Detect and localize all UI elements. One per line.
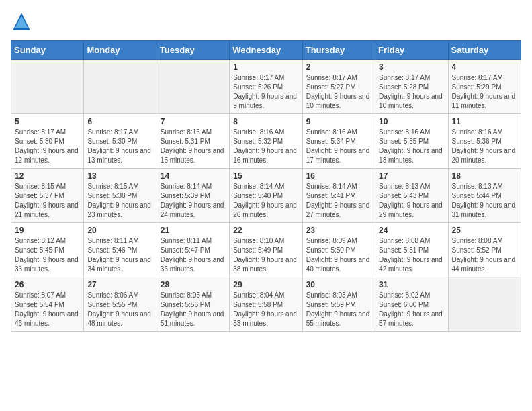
calendar-cell: 30Sunrise: 8:03 AMSunset: 5:59 PMDayligh…	[302, 277, 375, 332]
calendar-cell: 27Sunrise: 8:06 AMSunset: 5:55 PMDayligh…	[84, 277, 157, 332]
day-info: Sunrise: 8:14 AMSunset: 5:39 PMDaylight:…	[161, 182, 226, 220]
dow-header-monday: Monday	[84, 41, 157, 60]
calendar-cell: 9Sunrise: 8:16 AMSunset: 5:34 PMDaylight…	[302, 114, 375, 169]
day-number: 14	[161, 171, 226, 181]
day-info: Sunrise: 8:16 AMSunset: 5:36 PMDaylight:…	[452, 128, 517, 165]
day-info: Sunrise: 8:14 AMSunset: 5:40 PMDaylight:…	[233, 182, 298, 220]
dow-header-wednesday: Wednesday	[230, 41, 302, 60]
day-info: Sunrise: 8:07 AMSunset: 5:54 PMDaylight:…	[15, 291, 80, 328]
calendar-cell: 6Sunrise: 8:17 AMSunset: 5:30 PMDaylight…	[84, 114, 157, 169]
day-info: Sunrise: 8:12 AMSunset: 5:45 PMDaylight:…	[15, 236, 80, 274]
day-number: 15	[233, 171, 298, 181]
day-number: 12	[15, 171, 80, 181]
day-info: Sunrise: 8:13 AMSunset: 5:43 PMDaylight:…	[379, 182, 444, 220]
day-number: 5	[15, 117, 80, 126]
day-info: Sunrise: 8:17 AMSunset: 5:30 PMDaylight:…	[87, 128, 152, 165]
calendar-cell: 12Sunrise: 8:15 AMSunset: 5:37 PMDayligh…	[11, 169, 84, 223]
calendar-cell	[11, 60, 84, 114]
calendar-cell: 23Sunrise: 8:09 AMSunset: 5:50 PMDayligh…	[302, 223, 375, 277]
calendar-cell: 7Sunrise: 8:16 AMSunset: 5:31 PMDaylight…	[157, 114, 229, 169]
calendar-cell	[448, 277, 521, 332]
calendar-cell: 4Sunrise: 8:17 AMSunset: 5:29 PMDaylight…	[448, 60, 521, 114]
calendar-cell	[84, 60, 157, 114]
day-number: 19	[15, 226, 80, 235]
calendar-cell: 28Sunrise: 8:05 AMSunset: 5:56 PMDayligh…	[157, 277, 229, 332]
day-number: 16	[306, 171, 371, 181]
day-info: Sunrise: 8:09 AMSunset: 5:50 PMDaylight:…	[306, 236, 371, 274]
day-info: Sunrise: 8:15 AMSunset: 5:37 PMDaylight:…	[15, 182, 80, 220]
calendar-cell: 25Sunrise: 8:08 AMSunset: 5:52 PMDayligh…	[448, 223, 521, 277]
calendar-cell: 16Sunrise: 8:14 AMSunset: 5:41 PMDayligh…	[302, 169, 375, 223]
day-info: Sunrise: 8:17 AMSunset: 5:26 PMDaylight:…	[233, 73, 298, 111]
day-number: 31	[379, 280, 444, 289]
day-number: 20	[87, 226, 152, 235]
calendar-cell: 1Sunrise: 8:17 AMSunset: 5:26 PMDaylight…	[230, 60, 302, 114]
calendar-cell: 26Sunrise: 8:07 AMSunset: 5:54 PMDayligh…	[11, 277, 84, 332]
day-number: 30	[306, 280, 371, 289]
day-info: Sunrise: 8:14 AMSunset: 5:41 PMDaylight:…	[306, 182, 371, 220]
calendar-cell: 22Sunrise: 8:10 AMSunset: 5:49 PMDayligh…	[230, 223, 302, 277]
calendar-cell: 20Sunrise: 8:11 AMSunset: 5:46 PMDayligh…	[84, 223, 157, 277]
day-number: 22	[233, 226, 298, 235]
day-info: Sunrise: 8:17 AMSunset: 5:28 PMDaylight:…	[379, 73, 444, 111]
day-info: Sunrise: 8:02 AMSunset: 6:00 PMDaylight:…	[379, 291, 444, 328]
day-number: 23	[306, 226, 371, 235]
calendar-cell: 18Sunrise: 8:13 AMSunset: 5:44 PMDayligh…	[448, 169, 521, 223]
calendar-cell	[157, 60, 229, 114]
calendar-table: SundayMondayTuesdayWednesdayThursdayFrid…	[11, 40, 521, 332]
calendar-cell: 5Sunrise: 8:17 AMSunset: 5:30 PMDaylight…	[11, 114, 84, 169]
dow-header-friday: Friday	[375, 41, 448, 60]
day-number: 17	[379, 171, 444, 181]
day-number: 21	[161, 226, 226, 235]
calendar-cell: 14Sunrise: 8:14 AMSunset: 5:39 PMDayligh…	[157, 169, 229, 223]
page-header	[11, 11, 521, 32]
day-number: 9	[306, 117, 371, 126]
calendar-cell: 11Sunrise: 8:16 AMSunset: 5:36 PMDayligh…	[448, 114, 521, 169]
day-number: 24	[379, 226, 444, 235]
day-number: 2	[306, 62, 371, 72]
dow-header-tuesday: Tuesday	[157, 41, 229, 60]
calendar-cell: 13Sunrise: 8:15 AMSunset: 5:38 PMDayligh…	[84, 169, 157, 223]
day-number: 27	[87, 280, 152, 289]
day-info: Sunrise: 8:10 AMSunset: 5:49 PMDaylight:…	[233, 236, 298, 274]
dow-header-saturday: Saturday	[448, 41, 521, 60]
dow-header-thursday: Thursday	[302, 41, 375, 60]
calendar-cell: 17Sunrise: 8:13 AMSunset: 5:43 PMDayligh…	[375, 169, 448, 223]
dow-header-sunday: Sunday	[11, 41, 84, 60]
day-info: Sunrise: 8:03 AMSunset: 5:59 PMDaylight:…	[306, 291, 371, 328]
calendar-cell: 15Sunrise: 8:14 AMSunset: 5:40 PMDayligh…	[230, 169, 302, 223]
logo-icon	[11, 11, 32, 32]
day-info: Sunrise: 8:05 AMSunset: 5:56 PMDaylight:…	[161, 291, 226, 328]
day-number: 7	[161, 117, 226, 126]
calendar-cell: 29Sunrise: 8:04 AMSunset: 5:58 PMDayligh…	[230, 277, 302, 332]
day-info: Sunrise: 8:17 AMSunset: 5:27 PMDaylight:…	[306, 73, 371, 111]
day-info: Sunrise: 8:08 AMSunset: 5:52 PMDaylight:…	[452, 236, 517, 274]
day-number: 18	[452, 171, 517, 181]
day-info: Sunrise: 8:08 AMSunset: 5:51 PMDaylight:…	[379, 236, 444, 274]
logo	[11, 11, 35, 32]
day-info: Sunrise: 8:04 AMSunset: 5:58 PMDaylight:…	[233, 291, 298, 328]
day-number: 3	[379, 62, 444, 72]
calendar-cell: 8Sunrise: 8:16 AMSunset: 5:32 PMDaylight…	[230, 114, 302, 169]
calendar-cell: 24Sunrise: 8:08 AMSunset: 5:51 PMDayligh…	[375, 223, 448, 277]
day-info: Sunrise: 8:17 AMSunset: 5:30 PMDaylight:…	[15, 128, 80, 165]
day-info: Sunrise: 8:16 AMSunset: 5:35 PMDaylight:…	[379, 128, 444, 165]
day-info: Sunrise: 8:13 AMSunset: 5:44 PMDaylight:…	[452, 182, 517, 220]
day-number: 29	[233, 280, 298, 289]
day-number: 25	[452, 226, 517, 235]
day-info: Sunrise: 8:17 AMSunset: 5:29 PMDaylight:…	[452, 73, 517, 111]
day-info: Sunrise: 8:16 AMSunset: 5:31 PMDaylight:…	[161, 128, 226, 165]
calendar-cell: 2Sunrise: 8:17 AMSunset: 5:27 PMDaylight…	[302, 60, 375, 114]
day-number: 1	[233, 62, 298, 72]
day-number: 10	[379, 117, 444, 126]
day-number: 13	[87, 171, 152, 181]
calendar-cell: 21Sunrise: 8:11 AMSunset: 5:47 PMDayligh…	[157, 223, 229, 277]
day-info: Sunrise: 8:06 AMSunset: 5:55 PMDaylight:…	[87, 291, 152, 328]
calendar-cell: 19Sunrise: 8:12 AMSunset: 5:45 PMDayligh…	[11, 223, 84, 277]
calendar-cell: 31Sunrise: 8:02 AMSunset: 6:00 PMDayligh…	[375, 277, 448, 332]
day-info: Sunrise: 8:11 AMSunset: 5:47 PMDaylight:…	[161, 236, 226, 274]
day-info: Sunrise: 8:16 AMSunset: 5:34 PMDaylight:…	[306, 128, 371, 165]
day-number: 8	[233, 117, 298, 126]
day-info: Sunrise: 8:15 AMSunset: 5:38 PMDaylight:…	[87, 182, 152, 220]
day-number: 4	[452, 62, 517, 72]
